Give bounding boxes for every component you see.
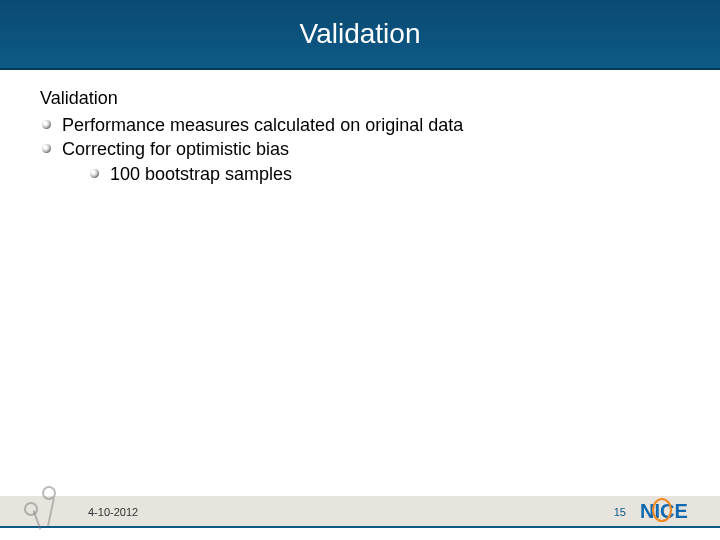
- footer: 4-10-2012 15 NICE: [0, 492, 720, 532]
- content-heading: Validation: [40, 88, 680, 109]
- list-item: Correcting for optimistic bias 100 boots…: [40, 137, 680, 186]
- slide: Validation Validation Performance measur…: [0, 0, 720, 540]
- content-area: Validation Performance measures calculat…: [0, 70, 720, 186]
- title-bar: Validation: [0, 0, 720, 70]
- slide-title: Validation: [300, 18, 421, 50]
- list-item-text: 100 bootstrap samples: [110, 164, 292, 184]
- sub-bullet-list: 100 bootstrap samples: [88, 162, 680, 186]
- list-item-text: Correcting for optimistic bias: [62, 139, 289, 159]
- logo-text: NICE: [640, 500, 688, 522]
- footer-date: 4-10-2012: [88, 506, 138, 518]
- footer-decoration-icon: [16, 486, 76, 530]
- list-item: Performance measures calculated on origi…: [40, 113, 680, 137]
- footer-underline: [0, 526, 720, 528]
- list-item: 100 bootstrap samples: [88, 162, 680, 186]
- bullet-list: Performance measures calculated on origi…: [40, 113, 680, 186]
- list-item-text: Performance measures calculated on origi…: [62, 115, 463, 135]
- footer-page-number: 15: [614, 506, 626, 518]
- nice-logo: NICE: [640, 498, 700, 524]
